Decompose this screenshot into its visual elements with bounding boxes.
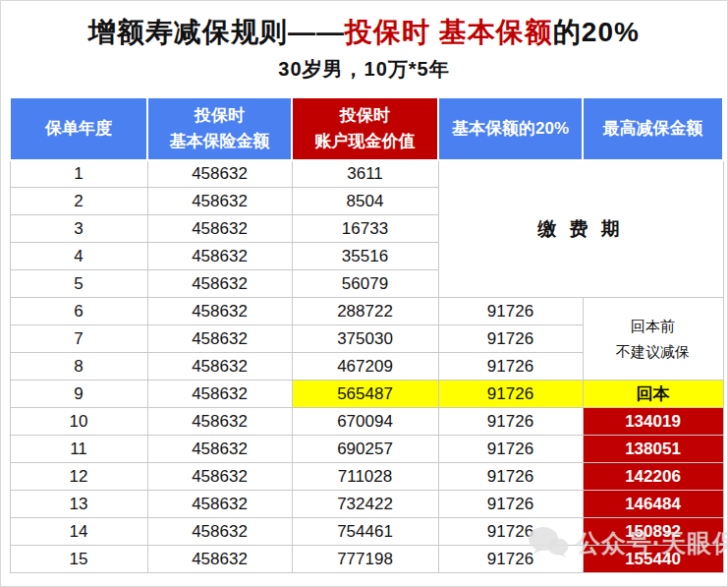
cell-cash: 375030 — [292, 325, 438, 353]
table-row: 11 458632 690257 91726 138051 — [10, 436, 723, 463]
cell-base: 458632 — [147, 491, 292, 518]
page-title: 增额寿减保规则——投保时 基本保额的20% — [1, 16, 727, 49]
col-header-policy-year: 保单年度 — [10, 97, 147, 160]
cell-year: 4 — [10, 243, 147, 270]
cell-year: 9 — [10, 381, 147, 408]
cell-year: 15 — [10, 546, 147, 573]
col-header-cash-value: 投保时 账户现金价值 — [292, 97, 438, 160]
cell-cash: 16733 — [292, 215, 438, 243]
cell-20pct: 91726 — [438, 408, 583, 436]
cell-cash: 777198 — [292, 546, 438, 573]
cell-base: 458632 — [147, 381, 292, 408]
page-subtitle: 30岁男，10万*5年 — [1, 56, 727, 83]
cell-max-reduction: 138051 — [583, 436, 723, 463]
cell-20pct: 91726 — [438, 325, 583, 353]
cell-20pct: 91726 — [438, 353, 583, 381]
cell-base: 458632 — [147, 243, 292, 270]
cell-base: 458632 — [147, 160, 292, 188]
cell-year: 2 — [10, 188, 147, 215]
cell-max-reduction: 134019 — [583, 408, 723, 436]
cell-cash: 670094 — [292, 408, 438, 436]
cell-base: 458632 — [147, 298, 292, 325]
cell-cash: 288722 — [292, 298, 438, 325]
cell-year: 13 — [10, 491, 147, 518]
reduction-rules-table: 保单年度 投保时 基本保险金额 投保时 账户现金价值 基本保额的20% 最高减保… — [9, 96, 724, 574]
cell-cash: 35516 — [292, 243, 438, 270]
cell-20pct: 91726 — [438, 518, 583, 546]
table-row: 6 458632 288722 91726 回本前 不建议减保 — [10, 298, 723, 325]
cell-base: 458632 — [147, 546, 292, 573]
cell-year: 7 — [10, 325, 147, 353]
cell-year: 14 — [10, 518, 147, 546]
cell-20pct: 91726 — [438, 491, 583, 518]
cell-year: 5 — [10, 270, 147, 298]
cell-base: 458632 — [147, 408, 292, 436]
cell-base: 458632 — [147, 353, 292, 381]
cell-20pct: 91726 — [438, 298, 583, 325]
cell-base: 458632 — [147, 188, 292, 215]
title-red-highlight: 投保时 基本保额 — [345, 17, 553, 47]
cell-year: 10 — [10, 408, 147, 436]
cell-year: 3 — [10, 215, 147, 243]
cell-cash: 8504 — [292, 188, 438, 215]
cell-cash: 690257 — [292, 436, 438, 463]
table-row: 13 458632 732422 91726 146484 — [10, 491, 723, 518]
col-header-base-amount: 投保时 基本保险金额 — [147, 97, 292, 160]
cell-cash: 711028 — [292, 463, 438, 491]
cell-cash-highlighted: 565487 — [292, 381, 438, 408]
cell-20pct: 91726 — [438, 546, 583, 573]
table-row: 12 458632 711028 91726 142206 — [10, 463, 723, 491]
cell-year: 8 — [10, 353, 147, 381]
col-header-20pct: 基本保额的20% — [438, 97, 583, 160]
cell-base: 458632 — [147, 215, 292, 243]
cell-base: 458632 — [147, 518, 292, 546]
cell-max-reduction: 155440 — [583, 546, 723, 573]
cell-base: 458632 — [147, 436, 292, 463]
cell-20pct: 91726 — [438, 436, 583, 463]
table-row: 1 458632 3611 缴 费 期 — [10, 160, 723, 188]
cell-cash: 467209 — [292, 353, 438, 381]
cell-cash: 754461 — [292, 518, 438, 546]
cell-max-reduction: 142206 — [583, 463, 723, 491]
header-row: 保单年度 投保时 基本保险金额 投保时 账户现金价值 基本保额的20% 最高减保… — [10, 97, 723, 160]
cell-year: 6 — [10, 298, 147, 325]
cell-base: 458632 — [147, 325, 292, 353]
merged-cell-payment-period: 缴 费 期 — [438, 160, 723, 298]
cell-breakeven-label: 回本 — [583, 381, 723, 408]
cell-year: 1 — [10, 160, 147, 188]
cell-cash: 3611 — [292, 160, 438, 188]
cell-base: 458632 — [147, 463, 292, 491]
col-header-max-reduction: 最高减保金额 — [583, 97, 723, 160]
cell-cash: 732422 — [292, 491, 438, 518]
table-row: 15 458632 777198 91726 155440 — [10, 546, 723, 573]
table-row-breakeven: 9 458632 565487 91726 回本 — [10, 381, 723, 408]
table-image-canvas: 增额寿减保规则——投保时 基本保额的20% 30岁男，10万*5年 保单年度 投… — [0, 0, 728, 587]
table-row: 14 458632 754461 91726 150892 — [10, 518, 723, 546]
cell-max-reduction: 150892 — [583, 518, 723, 546]
cell-max-reduction: 146484 — [583, 491, 723, 518]
table-row: 10 458632 670094 91726 134019 — [10, 408, 723, 436]
cell-20pct-highlighted: 91726 — [438, 381, 583, 408]
title-black-suffix: 的20% — [553, 17, 640, 47]
title-black-prefix: 增额寿减保规则—— — [88, 17, 345, 47]
merged-cell-before-breakeven-note: 回本前 不建议减保 — [583, 298, 723, 381]
cell-base: 458632 — [147, 270, 292, 298]
cell-20pct: 91726 — [438, 463, 583, 491]
cell-cash: 56079 — [292, 270, 438, 298]
cell-year: 11 — [10, 436, 147, 463]
cell-year: 12 — [10, 463, 147, 491]
